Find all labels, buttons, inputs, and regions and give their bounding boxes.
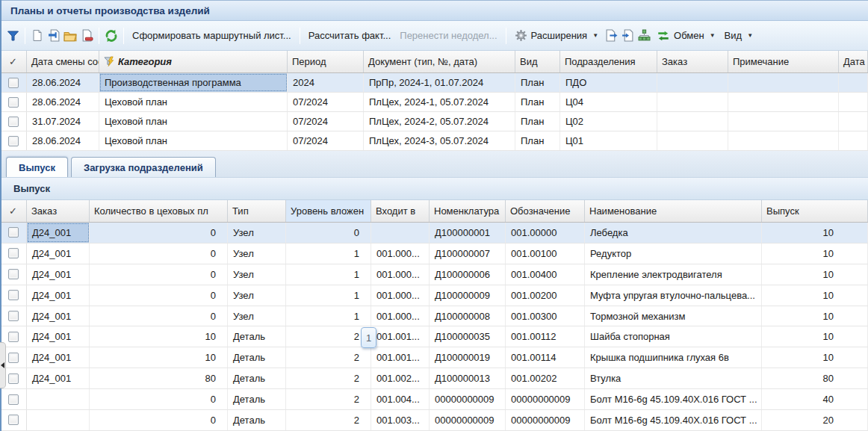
cell[interactable] [728, 112, 839, 131]
cell[interactable]: 1 [286, 244, 371, 264]
table-row[interactable]: Д24_0010Узел1001.000...Д100000008001.003… [0, 306, 868, 327]
cell[interactable]: 001.00200 [506, 285, 585, 306]
open-folder-button[interactable] [62, 28, 78, 44]
col-header-change-date[interactable]: Дата смены сост [27, 51, 99, 72]
cell[interactable]: Узел [228, 306, 286, 326]
cell[interactable] [657, 131, 728, 150]
col-header-name[interactable]: Наименование [585, 200, 762, 222]
table-row[interactable]: 28.06.2024Производственная программа2024… [0, 73, 868, 93]
cell[interactable]: 00000000009 [430, 389, 506, 409]
cell[interactable]: 001.000... [371, 285, 430, 306]
cell[interactable]: 001.000... [371, 244, 430, 264]
cell[interactable]: 10 [762, 326, 868, 347]
cell[interactable] [657, 93, 728, 111]
select-all-header[interactable]: ✓ [0, 51, 27, 72]
cell[interactable]: Д100000008 [430, 306, 506, 326]
cell[interactable] [839, 73, 868, 92]
cell[interactable]: Цеховой план [99, 131, 288, 150]
cell[interactable] [728, 93, 839, 111]
cell[interactable]: ПДО [560, 73, 657, 92]
cell[interactable]: 001.001... [371, 326, 430, 347]
cell[interactable]: План [515, 112, 560, 131]
cell[interactable]: 00000000009 [506, 389, 585, 409]
cell[interactable]: 07/2024 [288, 131, 364, 150]
cell[interactable] [839, 112, 868, 131]
cell[interactable]: 001.00202 [506, 368, 585, 388]
cell[interactable]: Цеховой план [99, 93, 288, 111]
cell[interactable]: ПлЦех, 2024-1, 05.07.2024 [364, 93, 515, 111]
cell[interactable]: Д100000007 [430, 244, 506, 264]
col-header-output[interactable]: Выпуск [762, 200, 868, 222]
cell[interactable]: Производственная программа [99, 73, 288, 92]
row-checkbox[interactable] [8, 311, 19, 321]
cell[interactable]: 2 [286, 368, 371, 388]
import-document-button[interactable] [619, 28, 636, 44]
cell[interactable]: 0 [90, 244, 228, 264]
cell[interactable]: План [515, 73, 560, 92]
cell[interactable]: Д100000009 [430, 285, 506, 306]
row-checkbox[interactable] [8, 394, 19, 405]
cell[interactable]: 0 [90, 389, 228, 409]
cell[interactable]: 001.000... [371, 306, 430, 326]
row-checkbox[interactable] [8, 227, 19, 238]
cell[interactable]: Деталь [228, 368, 286, 388]
cell[interactable]: 20 [762, 410, 868, 430]
cell[interactable]: Узел [228, 264, 286, 285]
cell[interactable]: 1 [286, 285, 371, 306]
table-row[interactable]: 28.06.2024Цеховой план07/2024ПлЦех, 2024… [0, 131, 868, 151]
table-row[interactable]: Д24_00110Деталь2001.001...Д100000035001.… [0, 326, 868, 347]
cell[interactable]: План [515, 93, 560, 111]
col-header-qty-in-shop-plans[interactable]: Количество в цеховых пл [90, 200, 228, 222]
cell[interactable]: 001.00100 [506, 244, 585, 264]
col-header-type[interactable]: Тип [228, 200, 286, 222]
cell[interactable]: 0 [90, 306, 228, 326]
cell[interactable]: 10 [762, 285, 868, 306]
cell[interactable]: ПлЦех, 2024-3, 05.07.2024 [364, 131, 515, 150]
table-row[interactable]: 28.06.2024Цеховой план07/2024ПлЦех, 2024… [0, 93, 868, 112]
cell[interactable]: 001.004... [371, 389, 430, 409]
cell[interactable]: Ц04 [560, 93, 657, 111]
delete-document-button[interactable] [78, 28, 95, 44]
cell[interactable]: Д24_001 [27, 285, 90, 306]
cell[interactable]: 001.003... [371, 410, 430, 430]
exchange-menu-button[interactable]: Обмен▼ [652, 27, 720, 45]
cell[interactable]: 10 [762, 264, 868, 285]
cell[interactable]: 00000000009 [506, 410, 585, 430]
cell[interactable]: Тормозной механизм [585, 306, 762, 326]
row-checkbox[interactable] [8, 290, 19, 300]
cell[interactable]: Деталь [228, 389, 286, 409]
cell[interactable]: Узел [228, 244, 286, 264]
table-row[interactable]: Д24_0010Узел1001.000...Д100000007001.001… [0, 244, 868, 264]
row-checkbox[interactable] [8, 97, 19, 108]
cell[interactable]: 10 [762, 244, 868, 264]
cell[interactable]: Узел [228, 285, 286, 306]
cell[interactable]: Д24_001 [27, 244, 90, 264]
row-checkbox[interactable] [8, 415, 19, 425]
cell[interactable]: 001.000... [371, 264, 430, 285]
cell[interactable]: 07/2024 [288, 112, 364, 131]
select-all-header[interactable]: ✓ [0, 200, 27, 222]
col-header-order[interactable]: Заказ [657, 51, 728, 72]
cell[interactable]: 001.001... [371, 347, 430, 368]
cell[interactable]: 2024 [288, 73, 364, 92]
cell[interactable]: Деталь [228, 326, 286, 347]
cell[interactable]: 2 [286, 389, 371, 409]
cell[interactable]: 2 [286, 410, 371, 430]
cell[interactable]: 001.00000 [506, 223, 585, 243]
table-row[interactable]: Д24_0010Узел1001.000...Д100000009001.002… [0, 285, 868, 306]
cell[interactable]: Крышка подшипника глухая 6в [585, 347, 762, 368]
cell[interactable]: Д24_001 [27, 306, 90, 326]
cell[interactable]: 0 [90, 410, 228, 430]
cell[interactable] [839, 93, 868, 111]
cell[interactable] [728, 131, 839, 150]
table-row[interactable]: Д24_0010Узел1001.000...Д100000006001.004… [0, 264, 868, 285]
filter-button[interactable] [4, 28, 21, 44]
cell[interactable]: 001.00114 [506, 347, 585, 368]
cell[interactable]: Болт М16-6g 45.109.40Х.016 ГОСТ ... [585, 410, 762, 430]
edit-document-button[interactable] [46, 28, 62, 44]
cell[interactable]: Редуктор [585, 244, 762, 264]
row-checkbox[interactable] [8, 373, 19, 384]
cell[interactable]: 10 [762, 223, 868, 243]
cell[interactable]: ПлЦех, 2024-2, 05.07.2024 [364, 112, 515, 131]
cell[interactable]: 1 [286, 306, 371, 326]
